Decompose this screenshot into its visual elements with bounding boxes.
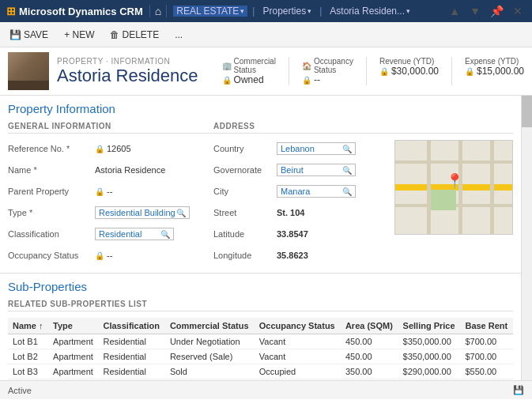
classification-label: Classification — [8, 229, 95, 239]
cell-selling-price: $350,000.00 — [398, 349, 461, 364]
col-type: Type — [48, 318, 98, 334]
street-value: St. 104 — [277, 208, 304, 217]
scrollbar-track[interactable] — [521, 96, 532, 380]
property-name: Astoria Residence — [57, 66, 198, 86]
name-label: Name * — [8, 165, 95, 175]
cell-name: Lot B1 — [8, 334, 48, 349]
address-column: ADDRESS Country Lebanon 🔍 G — [213, 122, 513, 268]
table-row[interactable]: Lot B3 Apartment Residential Sold Occupi… — [8, 364, 513, 379]
save-icon: 💾 — [9, 29, 21, 40]
close-button[interactable]: ✕ — [510, 3, 526, 19]
cell-base-rent: $700.00 — [460, 349, 513, 364]
field-longitude: Longitude 35.8623 — [213, 247, 379, 264]
field-classification: Classification Residential 🔍 — [8, 225, 213, 243]
cell-name: Lot B2 — [8, 349, 48, 364]
revenue-label: Revenue (YTD) — [379, 57, 434, 66]
cell-occupancy-status: Vacant — [255, 334, 341, 349]
delete-label: DELETE — [122, 29, 159, 40]
country-label: Country — [213, 144, 277, 153]
nav-right-controls: ▲ ▼ 📌 ✕ — [446, 3, 526, 19]
type-value: Residential Building — [99, 208, 175, 217]
parent-property-label: Parent Property — [8, 187, 95, 196]
longitude-value: 35.8623 — [277, 251, 308, 260]
map-park-block — [431, 190, 456, 210]
col-classification: Classification — [98, 318, 164, 334]
sub-properties-subtitle: RELATED SUB-PROPERTIES LIST — [8, 300, 513, 311]
toolbar: 💾 SAVE + NEW 🗑 DELETE ... — [0, 22, 532, 47]
cell-commercial-status: Sold — [165, 364, 255, 379]
chevron-down-icon: ▾ — [406, 7, 410, 15]
latitude-label: Latitude — [213, 229, 277, 239]
field-name: Name * Astoria Residence — [8, 161, 213, 179]
map-road-v3 — [490, 141, 494, 234]
cell-type: Shop — [48, 379, 98, 381]
sub-properties-section: Sub-Properties RELATED SUB-PROPERTIES LI… — [0, 273, 521, 380]
pin-button[interactable]: 📌 — [487, 3, 507, 19]
commercial-status-icon: 🏢 — [222, 62, 232, 70]
cell-base-rent: $700.00 — [460, 334, 513, 349]
cell-occupancy-status: Vacant — [255, 349, 341, 364]
content-area: Property Information GENERAL INFORMATION… — [0, 96, 521, 380]
nav-separator-1: | — [252, 6, 255, 17]
more-button[interactable]: ... — [172, 28, 186, 42]
property-information-section: Property Information GENERAL INFORMATION… — [0, 96, 521, 273]
search-icon: 🔍 — [342, 166, 352, 175]
cell-commercial-status: Reserved (Sale) — [165, 349, 255, 364]
trash-icon: 🗑 — [110, 29, 119, 40]
nav-item-label: REAL ESTATE — [176, 6, 239, 17]
table-row[interactable]: Lot G1 Shop Commercial Rented Occupied 1… — [8, 379, 513, 381]
classification-select[interactable]: Residential 🔍 — [95, 228, 174, 240]
city-select[interactable]: Manara 🔍 — [277, 185, 356, 198]
expense-label: Expense (YTD) — [465, 57, 519, 66]
cell-selling-price: $350,000.00 — [398, 334, 461, 349]
country-value: Lebanon — [281, 144, 315, 153]
property-header-info: PROPERTY · INFORMATION Astoria Residence — [57, 57, 198, 86]
cell-classification: Residential — [98, 364, 164, 379]
main-content: Property Information GENERAL INFORMATION… — [0, 96, 532, 380]
governorate-select[interactable]: Beirut 🔍 — [277, 164, 356, 176]
delete-button[interactable]: 🗑 DELETE — [107, 28, 162, 42]
expense-value: $15,000.00 — [477, 66, 524, 77]
sub-properties-table: Name ↑ Type Classification Commercial St… — [8, 318, 513, 380]
field-city: City Manara 🔍 — [213, 183, 379, 200]
nav-item-label: Astoria Residen... — [330, 6, 405, 17]
general-info-column: GENERAL INFORMATION Reference No. * 🔒 12… — [8, 122, 213, 268]
scroll-down-button[interactable]: ▼ — [466, 3, 484, 19]
stat-occupancy-status: 🏠 Occupancy Status 🔒 -- — [289, 57, 366, 85]
cell-classification: Residential — [98, 349, 164, 364]
home-icon[interactable]: ⌂ — [149, 5, 167, 17]
field-occupancy-status: Occupancy Status 🔒 -- — [8, 247, 213, 264]
col-commercial-status: Commercial Status — [165, 318, 255, 334]
field-reference-no: Reference No. * 🔒 12605 — [8, 140, 213, 157]
scroll-up-button[interactable]: ▲ — [446, 3, 463, 19]
save-button[interactable]: 💾 SAVE — [6, 28, 51, 42]
field-governorate: Governorate Beirut 🔍 — [213, 161, 379, 179]
nav-item-real-estate[interactable]: REAL ESTATE ▾ — [173, 6, 247, 17]
lock-icon: 🔒 — [95, 187, 104, 196]
nav-item-properties[interactable]: Properties ▾ — [259, 6, 315, 17]
field-parent-property: Parent Property 🔒 -- — [8, 183, 213, 200]
property-image-inner — [8, 52, 49, 90]
nav-item-record[interactable]: Astoria Residen... ▾ — [326, 6, 413, 17]
commercial-status-value: Owned — [234, 74, 264, 85]
field-street: Street St. 104 — [213, 204, 379, 221]
cell-name: Lot B3 — [8, 364, 48, 379]
property-image — [8, 52, 49, 90]
cell-commercial-status: Under Negotiation — [165, 334, 255, 349]
table-row[interactable]: Lot B1 Apartment Residential Under Negot… — [8, 334, 513, 349]
cell-base-rent: $550.00 — [460, 364, 513, 379]
sort-asc-icon[interactable]: ↑ — [39, 321, 43, 330]
table-row[interactable]: Lot B2 Apartment Residential Reserved (S… — [8, 349, 513, 364]
table-header-row: Name ↑ Type Classification Commercial St… — [8, 318, 513, 334]
top-nav: ⊞ Microsoft Dynamics CRM ⌂ REAL ESTATE ▾… — [0, 0, 532, 22]
scrollbar-thumb[interactable] — [522, 96, 532, 127]
more-label: ... — [175, 29, 183, 40]
chevron-down-icon: ▾ — [240, 7, 244, 15]
cell-classification: Commercial — [98, 379, 164, 381]
stat-commercial-status: 🏢 Commercial Status 🔒 Owned — [222, 57, 289, 85]
type-select[interactable]: Residential Building 🔍 — [95, 206, 190, 219]
cell-occupancy-status: Occupied — [255, 379, 341, 381]
new-button[interactable]: + NEW — [61, 28, 97, 42]
nav-item-label: Properties — [262, 6, 306, 17]
country-select[interactable]: Lebanon 🔍 — [277, 142, 356, 155]
